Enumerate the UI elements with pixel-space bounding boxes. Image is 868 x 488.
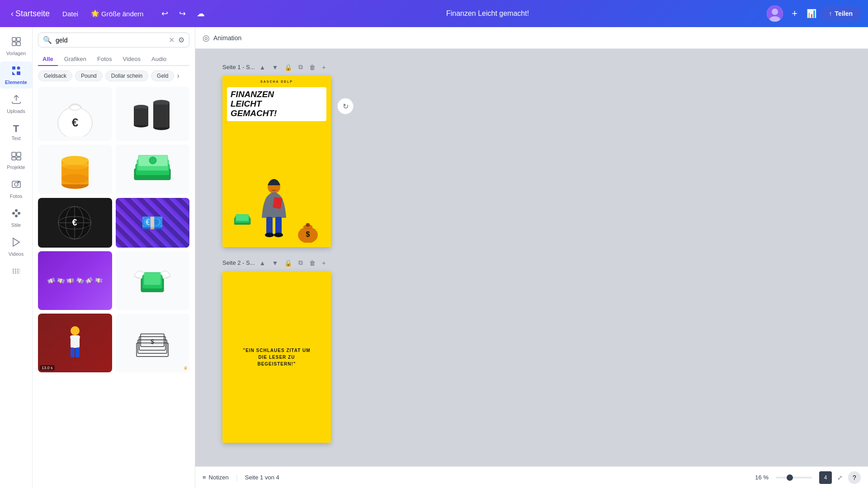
stile-label: Stile [11,222,21,228]
page-2-down-button[interactable]: ▼ [270,258,280,267]
statusbar: ≡ Notizen | Seite 1 von 4 16 % 4 ⤢ ? [195,466,868,488]
tab-audio[interactable]: Audio [147,53,171,66]
tag-dollar-schein[interactable]: Dollar schein [105,70,148,81]
page-2-controls: Seite 2 - S... ▲ ▼ 🔒 ⧉ 🗑 + [222,258,331,267]
animation-bar: ◎ Animation [195,27,868,49]
search-icon: 🔍 [43,36,52,44]
uploads-label: Uploads [7,108,25,114]
project-title: Finanzen Leicht gemacht! [446,9,529,18]
canvas-area[interactable]: Seite 1 - S... ▲ ▼ 🔒 ⧉ 🗑 + SASCHA DELP [195,49,868,466]
svg-rect-11 [12,152,16,156]
result-gold-coins[interactable] [38,145,112,194]
svg-point-18 [12,212,15,215]
tag-more-button[interactable]: › [177,72,179,80]
notes-button[interactable]: ≡ Notizen [203,474,229,481]
result-cash-spread[interactable]: 💶 [116,198,190,248]
topbar-center: Finanzen Leicht gemacht! [216,9,759,18]
page-1-copy-button[interactable]: ⧉ [297,62,305,72]
avatar[interactable] [767,5,783,22]
svg-point-20 [18,212,20,215]
svg-rect-68 [71,347,75,357]
page-2-up-button[interactable]: ▲ [258,258,268,267]
redo-icon: ↪ [179,9,186,18]
file-label: Datei [62,10,78,18]
tag-pills: Geldsack Pound Dollar schein Geld › [38,70,189,81]
slide-2[interactable]: "EIN SCHLAUES ZITAT UMDIE LESER ZUBEGEIS… [222,271,331,443]
page-1-delete-button[interactable]: 🗑 [307,63,317,72]
svg-point-42 [153,118,170,123]
fullscreen-icon: ⤢ [837,474,843,481]
tag-pound[interactable]: Pound [75,70,103,81]
sidebar-item-videos[interactable]: Videos [0,233,32,260]
sidebar-item-text[interactable]: T Text [0,119,32,145]
result-coin-stacks[interactable] [116,87,190,141]
sidebar-item-pattern[interactable] [0,262,32,283]
vorlagen-icon [11,36,22,50]
result-flying-money[interactable] [116,251,190,310]
notes-label: Notizen [209,474,229,481]
result-euro-bag[interactable]: € [38,87,112,141]
page-2-copy-button[interactable]: ⧉ [297,258,305,267]
page-1-down-button[interactable]: ▼ [270,63,280,72]
page-1-controls: Seite 1 - S... ▲ ▼ 🔒 ⧉ 🗑 + [222,62,331,72]
sidebar-item-stile[interactable]: Stile [0,204,32,231]
sidebar-item-uploads[interactable]: Uploads [0,90,32,117]
tab-grafiken[interactable]: Grafiken [60,53,91,66]
sidebar-item-vorlagen[interactable]: Vorlagen [0,33,32,60]
page-2-lock-button[interactable]: 🔒 [283,258,294,267]
svg-point-84 [265,233,274,237]
add-collaborator-button[interactable]: + [788,6,802,21]
refresh-button[interactable]: ↻ [337,98,354,114]
filter-button[interactable]: ⚙ [178,36,184,44]
help-button[interactable]: ? [848,471,861,484]
sidebar-item-fotos[interactable]: Fotos [0,175,32,202]
clear-search-button[interactable]: ✕ [169,36,175,44]
svg-rect-7 [12,66,15,70]
search-input[interactable] [56,37,165,44]
grid-view-button[interactable]: 4 [819,471,832,484]
svg-point-49 [61,174,89,183]
page-1-up-button[interactable]: ▲ [258,63,268,72]
undo-button[interactable]: ↩ [158,7,172,20]
tab-videos[interactable]: Videos [118,53,146,66]
page-2-add-button[interactable]: + [320,258,327,267]
fullscreen-button[interactable]: ⤢ [835,472,844,483]
zoom-slider-thumb[interactable] [787,474,793,481]
cloud-save-button[interactable]: ☁ [193,7,208,20]
file-menu-button[interactable]: Datei [59,8,82,19]
result-bills-spread[interactable]: 💷 💷 💷 💷 💷 💷 [38,251,112,310]
tag-geld[interactable]: Geld [151,70,174,81]
zoom-slider[interactable] [776,477,812,479]
sidebar-item-projekte[interactable]: Projekte [0,146,32,174]
topbar-right: + 📊 ↑ Teilen [767,5,861,22]
svg-marker-22 [13,238,19,246]
share-button[interactable]: ↑ Teilen [821,6,861,21]
result-cash-sketch[interactable]: $ ♛ [116,314,190,372]
svg-point-17 [18,182,19,183]
result-euro-globe[interactable]: € [38,198,112,248]
search-bar: 🔍 ✕ ⚙ [38,33,189,47]
zoom-slider-track[interactable] [776,477,812,479]
result-green-cash[interactable] [116,145,190,194]
tab-alle[interactable]: Alle [38,53,58,66]
tab-fotos[interactable]: Fotos [93,53,117,66]
page-2-delete-button[interactable]: 🗑 [307,258,317,267]
tag-geldsack[interactable]: Geldsack [38,70,72,81]
back-button[interactable]: ‹ Startseite [7,7,53,20]
page-indicator: Seite 1 von 4 [245,474,279,481]
redo-button[interactable]: ↪ [175,7,189,20]
page-1-add-button[interactable]: + [320,63,327,72]
svg-text:$: $ [306,230,310,238]
fotos-label: Fotos [10,193,23,199]
svg-rect-5 [12,42,16,46]
svg-text:€: € [72,116,78,129]
result-video-woman[interactable]: 13.0 s [38,314,112,372]
svg-point-21 [15,215,18,217]
elemente-icon [11,65,22,79]
page-1-lock-button[interactable]: 🔒 [283,63,294,72]
resize-button[interactable]: 🌟 Größe ändern [87,8,147,19]
analytics-button[interactable]: 📊 [807,9,816,19]
sidebar-item-elemente[interactable]: Elemente [0,61,32,89]
text-icon: T [13,123,19,135]
slide-1[interactable]: SASCHA DELP FINANZEN LEICHT GEMACHT! [222,75,331,247]
